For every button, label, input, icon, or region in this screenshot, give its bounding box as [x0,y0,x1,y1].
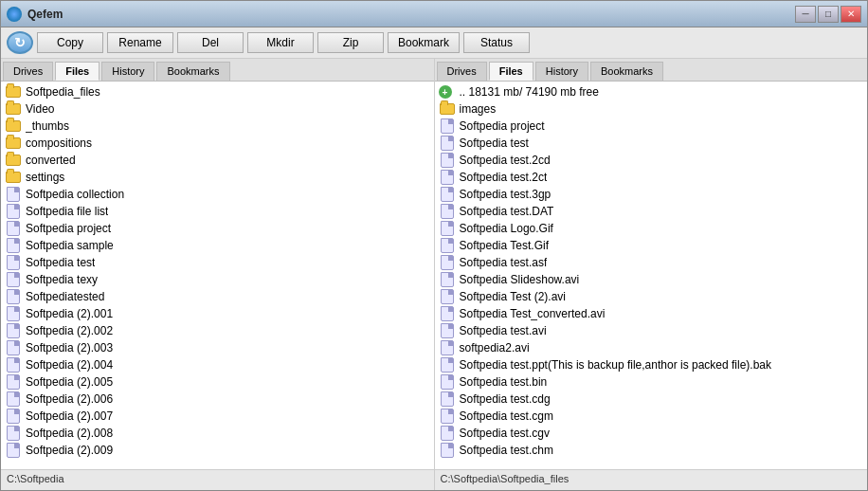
list-item[interactable]: Softpedia (2).002 [1,322,434,339]
list-item[interactable]: Softpedia Test (2).avi [435,288,868,305]
list-item[interactable]: Softpedia test.chm [435,442,868,459]
list-item[interactable]: converted [1,152,434,169]
list-item[interactable]: Softpedia test.asf [435,254,868,271]
list-item[interactable]: _thumbs [1,118,434,135]
list-item[interactable]: Softpedia test.avi [435,322,868,339]
list-item[interactable]: Softpedia (2).005 [1,373,434,391]
list-item[interactable]: Softpedia (2).001 [1,305,434,322]
refresh-button[interactable]: ↻ [7,31,33,54]
list-item[interactable]: settings [1,169,434,186]
right-tabs-bar: Drives Files History Bookmarks [435,59,868,82]
left-tab-files[interactable]: Files [55,62,99,81]
left-tab-drives[interactable]: Drives [3,62,53,81]
file-name: Softpedia collection [26,188,124,201]
left-file-list[interactable]: Softpedia_filesVideo_thumbscompositionsc… [1,82,434,469]
file-name: Softpedia test.DAT [460,205,554,218]
list-item[interactable]: Softpedia test.cdg [435,391,868,408]
file-icon [5,443,22,458]
app-icon [7,7,22,22]
left-tab-history[interactable]: History [101,62,154,81]
up-directory-item[interactable]: +.. 18131 mb/ 74190 mb free [435,83,868,100]
close-button[interactable]: ✕ [841,6,861,23]
title-bar: Qefem ─ □ ✕ [1,1,867,27]
list-item[interactable]: Softpedia test.bin [435,373,868,391]
del-button[interactable]: Del [177,32,244,53]
bookmark-button[interactable]: Bookmark [388,32,460,53]
right-file-list[interactable]: +.. 18131 mb/ 74190 mb freeimagesSoftped… [435,82,868,469]
list-item[interactable]: softpedia2.avi [435,339,868,356]
list-item[interactable]: Softpedia (2).003 [1,339,434,356]
file-name: Softpedia Test (2).avi [460,290,567,303]
list-item[interactable]: Softpedia (2).009 [1,442,434,459]
file-name: Softpedia test.chm [460,444,553,457]
file-name: Softpedia test.cgm [460,409,553,423]
list-item[interactable]: Softpedia_files [1,83,434,100]
status-button[interactable]: Status [463,32,530,53]
file-icon [5,272,22,287]
file-name: Softpedia project [26,222,111,235]
file-name: Softpedia texy [26,273,98,286]
file-icon [439,272,456,287]
file-icon [439,340,456,355]
list-item[interactable]: Softpedia (2).006 [1,391,434,408]
file-icon [439,255,456,270]
list-item[interactable]: Video [1,100,434,118]
right-tab-drives[interactable]: Drives [437,62,487,81]
file-icon [5,323,22,338]
left-pane: Drives Files History Bookmarks Softpedia… [1,59,435,469]
file-icon [5,221,22,236]
list-item[interactable]: Softpedia Logo.Gif [435,220,868,237]
folder-icon [5,153,22,168]
left-tab-bookmarks[interactable]: Bookmarks [156,62,229,81]
rename-button[interactable]: Rename [107,32,173,53]
file-icon [439,426,456,441]
file-name: Softpedia Slideshow.avi [460,273,580,286]
list-item[interactable]: Softpedia (2).008 [1,425,434,442]
list-item[interactable]: compositions [1,135,434,152]
list-item[interactable]: Softpedia (2).004 [1,356,434,373]
list-item[interactable]: Softpedia sample [1,237,434,254]
file-name: Softpedia test.cdg [460,392,551,406]
list-item[interactable]: Softpedia test [1,254,434,271]
minimize-button[interactable]: ─ [795,6,816,23]
list-item[interactable]: Softpedia test.2ct [435,169,868,186]
right-tab-files[interactable]: Files [489,62,533,81]
list-item[interactable]: Softpediatested [1,288,434,305]
list-item[interactable]: images [435,100,868,118]
list-item[interactable]: Softpedia test.2cd [435,152,868,169]
file-icon [5,238,22,253]
list-item[interactable]: Softpedia file list [1,203,434,220]
list-item[interactable]: Softpedia texy [1,271,434,288]
right-tab-history[interactable]: History [535,62,588,81]
list-item[interactable]: Softpedia test [435,135,868,152]
list-item[interactable]: Softpedia project [435,118,868,135]
maximize-button[interactable]: □ [818,6,839,23]
file-name: Softpedia Test_converted.avi [460,307,606,320]
list-item[interactable]: Softpedia project [1,220,434,237]
list-item[interactable]: Softpedia Test.Gif [435,237,868,254]
mkdir-button[interactable]: Mkdir [247,32,314,53]
list-item[interactable]: Softpedia test.cgv [435,425,868,442]
file-name: _thumbs [26,119,69,133]
zip-button[interactable]: Zip [317,32,384,53]
file-name: Softpedia Test.Gif [460,239,550,252]
folder-icon [439,101,456,117]
file-name: Softpedia test.2cd [460,154,551,167]
file-icon [439,357,456,373]
file-name: Video [26,102,54,116]
list-item[interactable]: Softpedia Test_converted.avi [435,305,868,322]
right-tab-bookmarks[interactable]: Bookmarks [590,62,663,81]
list-item[interactable]: Softpedia (2).007 [1,408,434,425]
list-item[interactable]: Softpedia test.DAT [435,203,868,220]
list-item[interactable]: Softpedia test.3gp [435,186,868,203]
list-item[interactable]: Softpedia collection [1,186,434,203]
file-icon [439,187,456,202]
file-icon [439,289,456,304]
folder-icon [5,170,22,185]
file-name: Softpedia (2).002 [26,324,113,337]
list-item[interactable]: Softpedia Slideshow.avi [435,271,868,288]
list-item[interactable]: Softpedia test.ppt(This is backup file,a… [435,356,868,373]
copy-button[interactable]: Copy [37,32,103,53]
list-item[interactable]: Softpedia test.cgm [435,408,868,425]
file-name: Softpediatested [26,290,104,303]
